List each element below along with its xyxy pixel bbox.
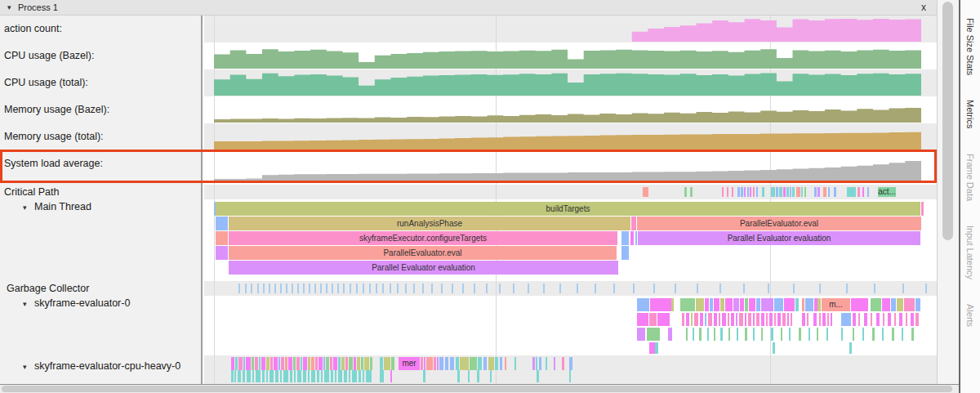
gc-tick[interactable] — [577, 284, 578, 293]
trace-slice[interactable] — [216, 246, 228, 260]
trace-slice[interactable] — [700, 313, 703, 326]
gc-tick[interactable] — [819, 284, 821, 293]
trace-slice[interactable]: runAnalysisPhase — [229, 217, 630, 230]
trace-slice[interactable] — [756, 313, 760, 326]
trace-slice[interactable] — [671, 298, 674, 311]
trace-slice[interactable] — [380, 357, 383, 370]
trace-slice[interactable] — [361, 357, 363, 370]
trace-slice[interactable] — [352, 370, 357, 382]
gc-tick[interactable] — [376, 284, 377, 293]
trace-slice[interactable] — [783, 187, 786, 197]
trace-slice[interactable] — [426, 357, 433, 370]
gc-tick[interactable] — [462, 284, 464, 293]
trace-slice[interactable] — [906, 313, 907, 326]
gc-tick[interactable] — [768, 284, 769, 293]
trace-slice[interactable] — [630, 231, 634, 245]
trace-slice[interactable] — [761, 298, 773, 311]
trace-slice[interactable] — [216, 217, 228, 230]
trace-slice[interactable] — [727, 187, 728, 197]
trace-slice[interactable] — [732, 187, 733, 197]
gc-tick[interactable] — [431, 284, 433, 293]
gc-tick[interactable] — [257, 284, 259, 293]
trace-slice[interactable] — [234, 370, 236, 382]
trace-slice[interactable] — [546, 357, 547, 370]
trace-slice[interactable] — [539, 357, 541, 370]
trace-slice[interactable] — [238, 357, 243, 370]
trace-slice[interactable] — [470, 357, 477, 370]
trace-slice[interactable] — [341, 357, 345, 370]
trace-slice[interactable] — [728, 328, 730, 341]
trace-slice[interactable]: ParallelEvaluator.eval — [229, 246, 617, 260]
trace-slice[interactable] — [744, 187, 746, 197]
trace-slice[interactable] — [805, 298, 813, 311]
trace-slice[interactable] — [349, 357, 353, 370]
horizontal-scrollbar[interactable] — [0, 384, 959, 393]
trace-slice[interactable] — [781, 328, 782, 341]
collapse-arrow-icon[interactable]: ▾ — [7, 0, 11, 15]
trace-slice[interactable]: ParallelEvaluator.eval — [637, 217, 921, 230]
trace-slice[interactable] — [285, 357, 287, 370]
trace-slice[interactable] — [762, 187, 764, 197]
trace-slice[interactable] — [822, 313, 826, 326]
gc-tick[interactable] — [309, 284, 310, 293]
trace-slice[interactable] — [853, 313, 856, 326]
expander-arrow-icon[interactable]: ▾ — [23, 203, 27, 212]
trace-slice[interactable] — [423, 370, 425, 382]
trace-slice[interactable]: Parallel Evaluator evaluation — [638, 231, 920, 245]
trace-slice[interactable] — [457, 370, 460, 382]
trace-slice[interactable] — [787, 313, 789, 326]
trace-slice[interactable] — [921, 202, 924, 216]
gc-tick[interactable] — [303, 284, 305, 293]
trace-slice[interactable] — [246, 357, 251, 370]
counter-chart[interactable] — [214, 45, 921, 69]
trace-slice[interactable] — [680, 298, 695, 311]
gc-tick[interactable] — [675, 284, 676, 293]
gc-tick[interactable] — [486, 284, 488, 293]
gc-tick[interactable] — [405, 284, 407, 293]
gc-tick[interactable] — [559, 284, 561, 293]
trace-slice[interactable] — [308, 370, 310, 382]
trace-slice[interactable] — [792, 187, 795, 197]
gc-tick[interactable] — [369, 284, 371, 293]
trace-slice[interactable] — [303, 357, 307, 370]
trace-slice[interactable] — [915, 313, 919, 326]
trace-slice[interactable] — [235, 357, 238, 370]
trace-slice[interactable] — [796, 187, 800, 197]
trace-slice[interactable] — [255, 357, 258, 370]
trace-slice[interactable] — [261, 357, 265, 370]
trace-slice[interactable] — [637, 328, 645, 341]
trace-slice[interactable] — [693, 328, 694, 341]
gc-tick[interactable] — [390, 284, 391, 293]
gc-tick[interactable] — [314, 284, 316, 293]
trace-slice[interactable] — [722, 313, 726, 326]
trace-slice[interactable] — [894, 313, 896, 326]
trace-slice[interactable] — [745, 328, 747, 341]
gc-tick[interactable] — [422, 284, 424, 293]
trace-slice[interactable]: m... — [822, 298, 850, 311]
trace-slice[interactable] — [303, 370, 306, 382]
trace-slice[interactable] — [871, 313, 872, 326]
trace-slice[interactable] — [649, 313, 657, 326]
trace-slice[interactable] — [808, 328, 810, 341]
gc-tick[interactable] — [474, 284, 475, 293]
trace-slice[interactable] — [858, 187, 860, 197]
trace-slice[interactable] — [490, 370, 492, 382]
trace-slice[interactable] — [834, 187, 836, 197]
trace-slice[interactable] — [445, 357, 448, 370]
gc-tick[interactable] — [238, 284, 240, 293]
trace-slice[interactable] — [801, 187, 803, 197]
trace-slice[interactable] — [495, 357, 498, 370]
trace-slice[interactable] — [823, 187, 826, 197]
trace-slice[interactable] — [293, 357, 296, 370]
trace-slice[interactable] — [864, 313, 867, 326]
trace-slice[interactable] — [737, 187, 740, 197]
gc-tick[interactable] — [528, 284, 529, 293]
trace-slice[interactable] — [753, 328, 755, 341]
trace-slice[interactable] — [621, 246, 629, 260]
trace-slice[interactable] — [784, 298, 795, 311]
trace-slice[interactable] — [366, 370, 372, 382]
trace-slice[interactable] — [804, 187, 806, 197]
trace-slice[interactable] — [741, 187, 743, 197]
gc-tick[interactable] — [263, 284, 265, 293]
trace-slice[interactable] — [858, 313, 860, 326]
